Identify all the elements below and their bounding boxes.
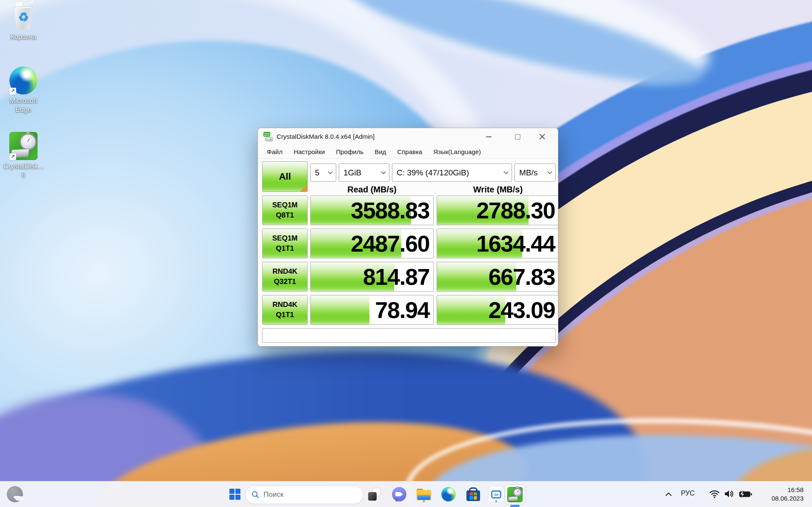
disk-icon bbox=[508, 496, 518, 501]
desktop: Корзина Microsoft Edge CrystalDisk... 8 bbox=[0, 0, 812, 507]
volume-icon[interactable] bbox=[723, 489, 735, 500]
write-result-bar: 2788.30 bbox=[437, 195, 558, 225]
close-button[interactable] bbox=[532, 128, 552, 145]
active-window-indicator bbox=[510, 505, 520, 507]
edge-icon bbox=[9, 66, 37, 95]
battery-charging-icon[interactable] bbox=[739, 491, 752, 499]
desktop-icon-label: Корзина bbox=[0, 32, 47, 41]
menu-help[interactable]: Справка bbox=[392, 145, 428, 159]
run-all-button[interactable]: All bbox=[262, 161, 308, 192]
menu-settings[interactable]: Настройки bbox=[288, 145, 331, 159]
read-value: 3588.83 bbox=[351, 196, 429, 225]
infinity-loop-icon bbox=[491, 490, 501, 498]
search-icon bbox=[252, 491, 259, 498]
pinned-app-icon bbox=[489, 487, 504, 502]
wifi-icon[interactable] bbox=[709, 489, 720, 500]
read-value: 814.87 bbox=[363, 262, 429, 291]
test-label-seq1m-q8t1[interactable]: SEQ1M Q8T1 bbox=[262, 195, 308, 225]
menu-view[interactable]: Вид bbox=[369, 145, 392, 159]
test-queue: Q1T1 bbox=[263, 311, 307, 319]
test-label-rnd4k-q1t1[interactable]: RND4K Q1T1 bbox=[262, 295, 308, 325]
chevron-up-icon bbox=[665, 491, 672, 497]
widgets-weather-icon[interactable] bbox=[7, 486, 23, 502]
crystaldiskmark-window: CrystalDiskMark 8.0.4 x64 [Admin] Файл Н… bbox=[257, 128, 558, 347]
read-result-bar: 3588.83 bbox=[310, 195, 434, 225]
write-value: 243.09 bbox=[489, 295, 555, 324]
chat-icon bbox=[392, 487, 406, 501]
task-view-icon bbox=[368, 488, 381, 501]
chevron-down-icon bbox=[328, 171, 333, 175]
bar-fill bbox=[311, 295, 369, 324]
folder-icon bbox=[417, 489, 431, 500]
search-input[interactable] bbox=[263, 490, 349, 499]
read-column-header: Read (MB/s) bbox=[310, 183, 434, 195]
shortcut-arrow-icon bbox=[9, 88, 16, 95]
test-name: SEQ1M bbox=[263, 234, 307, 243]
write-value: 667.83 bbox=[489, 262, 555, 291]
app-icon-green-bar bbox=[263, 132, 270, 137]
crystaldiskmark-icon bbox=[507, 487, 523, 502]
test-queue: Q8T1 bbox=[263, 211, 307, 220]
chat-button[interactable] bbox=[390, 485, 409, 504]
file-explorer-button[interactable] bbox=[415, 485, 433, 504]
recycle-symbol-icon bbox=[11, 10, 36, 24]
crystaldiskmark-icon bbox=[9, 132, 37, 160]
edge-button[interactable] bbox=[439, 485, 458, 504]
target-drive-value: C: 39% (47/120GiB) bbox=[397, 168, 469, 178]
desktop-icon-crystaldiskmark[interactable]: CrystalDisk... 8 bbox=[0, 132, 47, 180]
maximize-button[interactable] bbox=[508, 128, 527, 145]
language-indicator[interactable]: РУС bbox=[681, 490, 695, 497]
unit-dropdown[interactable]: MB/s bbox=[515, 163, 556, 182]
minimize-button[interactable] bbox=[479, 128, 498, 145]
edge-icon bbox=[441, 487, 456, 501]
desktop-icon-label: Microsoft bbox=[0, 96, 47, 105]
app-icon bbox=[263, 132, 273, 141]
menu-file[interactable]: Файл bbox=[261, 145, 288, 159]
menu-bar: Файл Настройки Профиль Вид Справка Язык(… bbox=[258, 145, 558, 159]
menu-profile[interactable]: Профиль bbox=[330, 145, 369, 159]
test-queue: Q32T1 bbox=[263, 278, 307, 286]
pinned-app-button[interactable] bbox=[487, 485, 506, 504]
windows-logo-icon bbox=[229, 489, 240, 500]
menu-language[interactable]: Язык(Language) bbox=[428, 145, 486, 159]
taskbar: РУС 16:58 08.06.2023 bbox=[0, 481, 812, 507]
test-label-rnd4k-q32t1[interactable]: RND4K Q32T1 bbox=[262, 262, 308, 292]
read-result-bar: 2487.60 bbox=[310, 229, 434, 258]
window-titlebar[interactable]: CrystalDiskMark 8.0.4 x64 [Admin] bbox=[258, 128, 558, 145]
target-drive-dropdown[interactable]: C: 39% (47/120GiB) bbox=[392, 163, 512, 182]
running-indicator-dot bbox=[423, 500, 425, 502]
read-value: 78.94 bbox=[375, 295, 429, 324]
chevron-down-icon bbox=[503, 171, 509, 175]
running-indicator-dot bbox=[495, 500, 497, 502]
write-result-bar: 667.83 bbox=[437, 262, 558, 292]
microsoft-store-button[interactable] bbox=[464, 485, 483, 504]
stopwatch-icon bbox=[20, 133, 37, 150]
test-queue: Q1T1 bbox=[263, 244, 307, 253]
crystaldiskmark-taskbar-button[interactable] bbox=[505, 484, 525, 505]
write-result-bar: 243.09 bbox=[437, 295, 558, 325]
chevron-down-icon bbox=[381, 171, 386, 175]
store-bag-icon bbox=[466, 490, 480, 501]
desktop-icon-label: CrystalDisk... bbox=[0, 162, 47, 171]
taskbar-search[interactable] bbox=[245, 485, 363, 504]
desktop-icon-recycle-bin[interactable]: Корзина bbox=[0, 3, 47, 41]
test-label-seq1m-q1t1[interactable]: SEQ1M Q1T1 bbox=[262, 229, 308, 258]
read-result-bar: 78.94 bbox=[310, 295, 434, 325]
test-size-dropdown[interactable]: 1GiB bbox=[339, 163, 389, 182]
window-title: CrystalDiskMark 8.0.4 x64 [Admin] bbox=[277, 133, 375, 140]
test-name: RND4K bbox=[263, 267, 307, 276]
start-button[interactable] bbox=[226, 485, 244, 504]
write-value: 2788.30 bbox=[476, 196, 555, 225]
shortcut-arrow-icon bbox=[9, 153, 16, 160]
tray-overflow-chevron[interactable] bbox=[662, 487, 675, 501]
desktop-icon-edge[interactable]: Microsoft Edge bbox=[0, 66, 47, 114]
video-camera-icon bbox=[395, 492, 401, 496]
clock-time: 16:58 bbox=[758, 486, 803, 494]
task-view-button[interactable] bbox=[365, 485, 384, 504]
read-value: 2487.60 bbox=[351, 229, 429, 258]
write-value: 1634.44 bbox=[476, 229, 555, 258]
test-count-dropdown[interactable]: 5 bbox=[310, 163, 336, 182]
clock[interactable]: 16:58 08.06.2023 bbox=[758, 486, 803, 503]
read-result-bar: 814.87 bbox=[310, 262, 434, 292]
test-name: RND4K bbox=[263, 301, 307, 309]
